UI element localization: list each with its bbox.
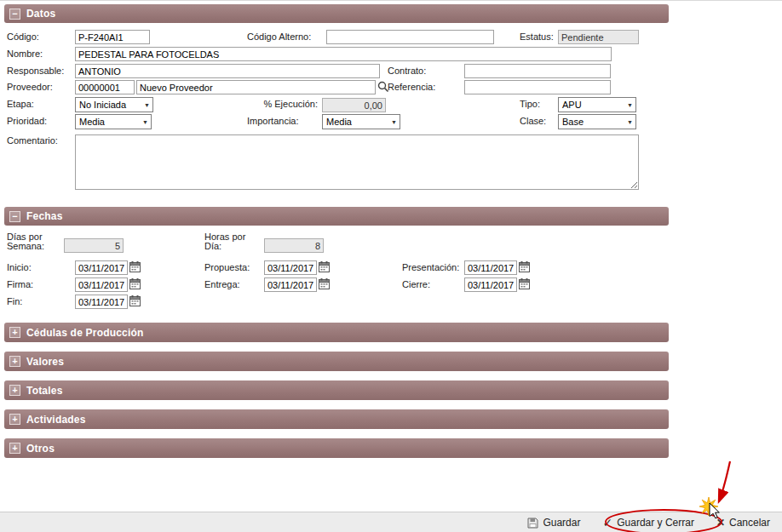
chevron-down-icon: ▼ <box>627 102 633 108</box>
ejecucion-label: % Ejecución: <box>245 99 318 109</box>
calendar-icon[interactable] <box>129 261 141 272</box>
prioridad-select[interactable]: Media ▼ <box>75 114 152 129</box>
codigo-alterno-label: Código Alterno: <box>247 31 311 42</box>
responsable-label: Responsable: <box>7 66 64 76</box>
cancelar-label: Cancelar <box>729 517 770 529</box>
importancia-select[interactable]: Media ▼ <box>322 114 400 129</box>
prioridad-label: Prioridad: <box>7 116 47 126</box>
collapse-icon[interactable]: − <box>9 9 20 20</box>
pointer-arrow-annotation <box>719 461 730 501</box>
section-header-otros[interactable]: + Otros <box>4 438 669 458</box>
expand-icon[interactable]: + <box>9 443 20 454</box>
close-icon: ✕ <box>716 517 725 529</box>
calendar-icon[interactable] <box>519 278 530 289</box>
propuesta-label: Propuesta: <box>204 262 250 272</box>
section-title-datos: Datos <box>26 8 55 20</box>
propuesta-date-input[interactable] <box>264 260 317 275</box>
save-icon <box>527 518 538 529</box>
calendar-icon[interactable] <box>319 278 330 289</box>
codigo-alterno-input[interactable] <box>326 30 494 44</box>
etapa-selected-value: No Iniciada <box>79 100 126 110</box>
cancelar-button[interactable]: ✕ Cancelar <box>716 517 770 529</box>
check-icon: ✓ <box>602 518 612 528</box>
section-title-fechas: Fechas <box>26 210 63 222</box>
presentacion-date-input[interactable] <box>464 260 517 275</box>
firma-date-input[interactable] <box>75 277 128 292</box>
comentario-textarea[interactable] <box>75 134 639 190</box>
horas-dia-field <box>264 238 324 253</box>
contrato-label: Contrato: <box>388 66 426 76</box>
section-header-cedulas-de-produccion[interactable]: + Cédulas de Producción <box>4 323 669 342</box>
expand-icon[interactable]: + <box>9 385 20 396</box>
responsable-input[interactable] <box>75 64 380 78</box>
proveedor-codigo-input[interactable] <box>75 80 135 94</box>
horas-dia-label: Horas por Día: <box>204 232 254 251</box>
entrega-label: Entrega: <box>204 279 240 289</box>
collapse-icon[interactable]: − <box>9 211 20 222</box>
tipo-label: Tipo: <box>520 99 540 109</box>
cierre-label: Cierre: <box>402 279 430 289</box>
guardar-y-cerrar-label: Guardar y Cerrar <box>617 517 694 529</box>
section-title-totales: Totales <box>26 385 63 397</box>
section-header-totales[interactable]: + Totales <box>4 380 669 400</box>
section-title-otros: Otros <box>26 443 55 455</box>
etapa-select[interactable]: No Iniciada ▼ <box>75 97 153 112</box>
importancia-selected-value: Media <box>326 117 352 127</box>
codigo-label: Código: <box>7 31 39 42</box>
tipo-select[interactable]: APU ▼ <box>558 97 636 112</box>
dias-semana-label: Días por Semana: <box>7 232 51 251</box>
footer-toolbar: Guardar ✓ Guardar y Cerrar ✕ Cancelar <box>0 512 782 532</box>
codigo-input[interactable] <box>75 30 150 44</box>
nombre-input[interactable] <box>75 47 612 61</box>
importancia-label: Importancia: <box>247 116 299 126</box>
tipo-selected-value: APU <box>562 100 582 110</box>
calendar-icon[interactable] <box>319 261 330 272</box>
fin-date-input[interactable] <box>75 295 128 309</box>
clase-label: Clase: <box>520 116 546 126</box>
section-header-fechas[interactable]: − Fechas <box>4 207 669 226</box>
cierre-date-input[interactable] <box>464 277 517 292</box>
calendar-icon[interactable] <box>129 278 141 289</box>
etapa-label: Etapa: <box>7 99 34 109</box>
section-title-valores: Valores <box>26 356 64 368</box>
guardar-button[interactable]: Guardar <box>527 517 580 529</box>
calendar-icon[interactable] <box>129 295 141 306</box>
form-page: − Datos Código: Código Alterno: Estatus:… <box>0 0 782 532</box>
chevron-down-icon: ▼ <box>144 102 150 108</box>
expand-icon[interactable]: + <box>9 356 20 367</box>
proveedor-nombre-input[interactable] <box>136 80 376 94</box>
chevron-down-icon: ▼ <box>627 119 633 125</box>
chevron-down-icon: ▼ <box>142 119 148 125</box>
expand-icon[interactable]: + <box>9 327 20 338</box>
referencia-input[interactable] <box>464 80 611 94</box>
section-header-valores[interactable]: + Valores <box>4 352 669 371</box>
proveedor-label: Proveedor: <box>7 82 53 92</box>
section-title-cedulas: Cédulas de Producción <box>26 327 144 339</box>
entrega-date-input[interactable] <box>264 277 317 292</box>
estatus-label: Estatus: <box>520 31 554 42</box>
fin-label: Fin: <box>7 296 22 306</box>
dias-semana-field <box>64 238 124 253</box>
inicio-label: Inicio: <box>7 262 32 272</box>
section-title-actividades: Actividades <box>26 414 86 426</box>
section-header-actividades[interactable]: + Actividades <box>4 409 669 429</box>
clase-select[interactable]: Base ▼ <box>558 114 636 129</box>
inicio-date-input[interactable] <box>75 260 128 275</box>
nombre-label: Nombre: <box>7 49 43 59</box>
presentacion-label: Presentación: <box>402 262 459 272</box>
expand-icon[interactable]: + <box>9 414 20 425</box>
ejecucion-field <box>322 98 386 112</box>
guardar-y-cerrar-button[interactable]: ✓ Guardar y Cerrar <box>602 517 693 529</box>
firma-label: Firma: <box>7 279 33 289</box>
comentario-label: Comentario: <box>7 135 58 146</box>
section-header-datos[interactable]: − Datos <box>4 4 669 23</box>
prioridad-selected-value: Media <box>79 117 105 127</box>
guardar-label: Guardar <box>543 517 580 529</box>
calendar-icon[interactable] <box>519 261 530 272</box>
referencia-label: Referencia: <box>388 82 435 92</box>
clase-selected-value: Base <box>562 117 584 127</box>
contrato-input[interactable] <box>464 64 611 78</box>
estatus-field <box>558 30 639 44</box>
chevron-down-icon: ▼ <box>391 119 397 125</box>
